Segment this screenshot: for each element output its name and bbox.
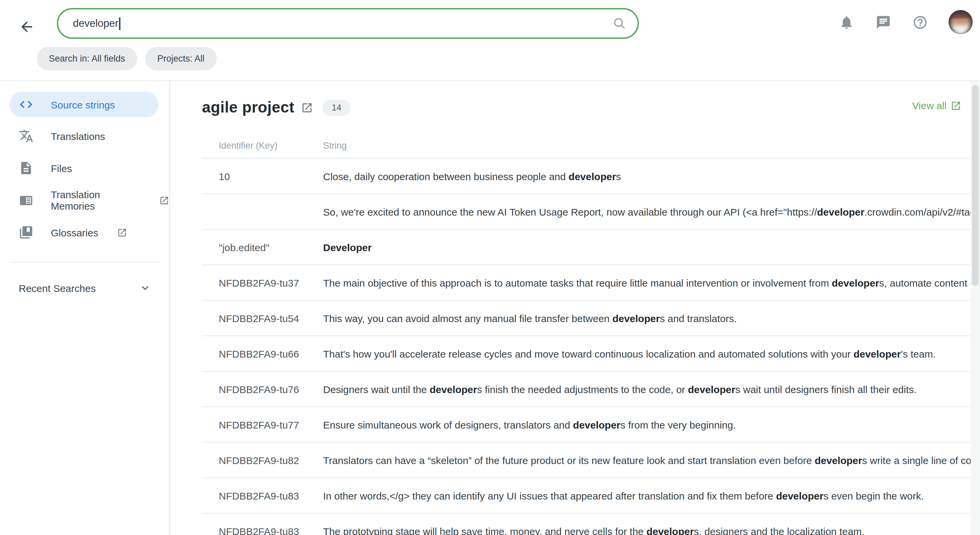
back-button[interactable]	[18, 18, 36, 36]
translate-icon	[19, 129, 33, 143]
row-string: Developer	[323, 241, 970, 253]
arrow-left-icon	[19, 19, 35, 35]
table-row[interactable]: NFDBB2FA9-tu83 The prototyping stage wil…	[202, 514, 970, 535]
open-in-new-icon	[951, 100, 961, 111]
filter-projects[interactable]: Projects: All	[145, 47, 216, 70]
row-string: So, we're excited to announce the new AI…	[323, 206, 970, 217]
chat-icon	[875, 14, 891, 30]
table-row[interactable]: NFDBB2FA9-tu37 The main objective of thi…	[202, 265, 970, 301]
chevron-down-icon	[138, 281, 152, 295]
search-filters: Search in: All fields Projects: All	[37, 47, 216, 70]
header-actions	[838, 0, 980, 44]
row-key: NFDBB2FA9-tu54	[219, 312, 323, 324]
row-key: NFDBB2FA9-tu77	[219, 419, 323, 430]
view-all-label: View all	[912, 100, 947, 111]
row-string: That's how you'll accelerate release cyc…	[323, 348, 970, 359]
table-row[interactable]: 10 Close, daily cooperation between busi…	[202, 159, 970, 194]
row-string: In other words,</g> they can identify an…	[323, 490, 970, 501]
project-title[interactable]: agile project	[202, 98, 294, 117]
sidebar-item-glossaries[interactable]: Glossaries	[0, 216, 169, 248]
messages-button[interactable]	[875, 14, 891, 30]
sidebar-item-translation-memories[interactable]: Translation Memories	[0, 184, 169, 216]
row-key: NFDBB2FA9-tu37	[219, 277, 323, 288]
column-header-identifier: Identifier (Key)	[219, 140, 323, 150]
sidebar: Source strings Translations Files Transl…	[0, 81, 170, 535]
recent-searches-label: Recent Searches	[19, 282, 95, 294]
result-count-badge: 14	[323, 99, 350, 115]
crowdin-search-page: developer	[0, 0, 980, 535]
open-in-new-icon	[117, 227, 127, 237]
filter-label: Projects: All	[157, 54, 204, 64]
search-value: developer	[73, 18, 118, 29]
notifications-button[interactable]	[838, 14, 854, 30]
table-row[interactable]: So, we're excited to announce the new AI…	[202, 194, 970, 230]
sidebar-item-label: Translations	[51, 130, 105, 142]
row-key: NFDBB2FA9-tu83	[219, 525, 323, 535]
sidebar-divider	[10, 262, 160, 262]
row-key: NFDBB2FA9-tu82	[219, 454, 323, 466]
translation-memory-icon	[19, 193, 33, 208]
text-caret	[119, 17, 120, 30]
table-body: 10 Close, daily cooperation between busi…	[202, 159, 970, 535]
sidebar-item-label: Files	[51, 162, 72, 174]
row-string: Ensure simultaneous work of designers, t…	[323, 419, 970, 430]
search-input[interactable]: developer	[57, 8, 639, 39]
row-key: "job.edited"	[219, 241, 323, 253]
table-header: Identifier (Key) String	[202, 133, 970, 159]
search-results: agile project 14 View all Identifier (Ke…	[170, 81, 970, 535]
bell-icon	[838, 14, 854, 30]
sidebar-item-files[interactable]: Files	[0, 152, 169, 184]
user-avatar[interactable]	[948, 10, 973, 34]
help-button[interactable]	[912, 14, 928, 30]
column-header-string: String	[323, 140, 970, 150]
sidebar-item-translations[interactable]: Translations	[0, 120, 169, 152]
table-row[interactable]: NFDBB2FA9-tu66 That's how you'll acceler…	[202, 336, 970, 372]
row-key: NFDBB2FA9-tu66	[219, 348, 323, 359]
recent-searches-toggle[interactable]: Recent Searches	[0, 272, 169, 304]
filter-label: Search in: All fields	[49, 54, 125, 64]
help-icon	[912, 14, 928, 30]
table-row[interactable]: NFDBB2FA9-tu76 Designers wait until the …	[202, 372, 970, 407]
file-icon	[19, 161, 33, 176]
row-string: This way, you can avoid almost any manua…	[323, 312, 970, 324]
table-row[interactable]: NFDBB2FA9-tu83 In other words,</g> they …	[202, 478, 970, 514]
glossaries-icon	[19, 225, 33, 240]
table-row[interactable]: NFDBB2FA9-tu82 Translators can have a “s…	[202, 442, 970, 478]
sidebar-item-label: Glossaries	[51, 227, 98, 238]
open-in-new-icon[interactable]	[301, 101, 313, 113]
sidebar-item-label: Source strings	[51, 99, 115, 110]
row-string: Designers wait until the developers fini…	[323, 383, 970, 395]
row-string: Translators can have a “skeleton” of the…	[323, 454, 970, 466]
row-string: Close, daily cooperation between busines…	[323, 171, 970, 182]
sidebar-item-source-strings[interactable]: Source strings	[10, 92, 159, 117]
row-string: The prototyping stage will help save tim…	[323, 525, 970, 535]
code-icon	[19, 97, 33, 112]
row-string: The main objective of this approach is t…	[323, 277, 970, 288]
row-key: 10	[219, 171, 323, 182]
table-row[interactable]: NFDBB2FA9-tu54 This way, you can avoid a…	[202, 301, 970, 336]
table-row[interactable]: NFDBB2FA9-tu77 Ensure simultaneous work …	[202, 407, 970, 442]
open-in-new-icon	[159, 195, 169, 205]
search-icon[interactable]	[612, 16, 627, 31]
row-key: NFDBB2FA9-tu83	[219, 490, 323, 501]
scrollbar[interactable]	[970, 81, 980, 535]
project-result-header: agile project 14 View all	[170, 81, 970, 133]
table-row[interactable]: "job.edited" Developer	[202, 230, 970, 265]
sidebar-item-label: Translation Memories	[51, 189, 140, 212]
row-key: NFDBB2FA9-tu76	[219, 383, 323, 395]
view-all-link[interactable]: View all	[912, 100, 961, 111]
header: developer	[0, 0, 980, 81]
scrollbar-thumb[interactable]	[972, 85, 978, 286]
strings-table: Identifier (Key) String 10 Close, daily …	[202, 133, 970, 535]
filter-search-in[interactable]: Search in: All fields	[37, 47, 137, 70]
